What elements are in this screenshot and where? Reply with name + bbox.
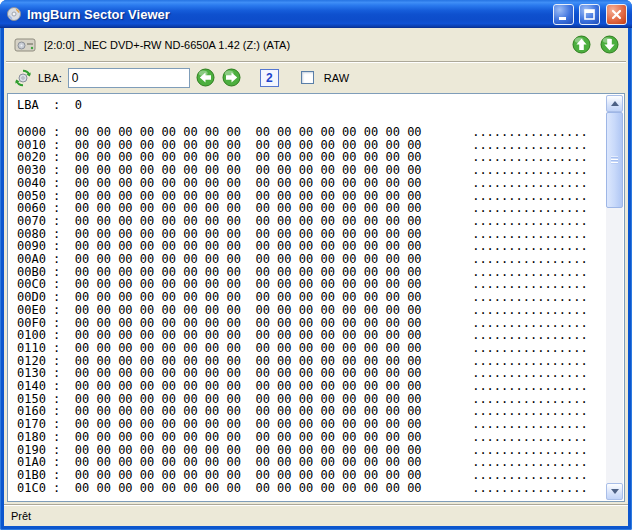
window-title: ImgBurn Sector Viewer xyxy=(27,7,548,22)
hex-row: 0110 : 00 00 00 00 00 00 00 00 00 00 00 … xyxy=(17,342,606,355)
hex-row: 0180 : 00 00 00 00 00 00 00 00 00 00 00 … xyxy=(17,431,606,444)
vertical-scrollbar[interactable] xyxy=(606,95,623,500)
drive-icon xyxy=(14,36,36,54)
hex-row: 0030 : 00 00 00 00 00 00 00 00 00 00 00 … xyxy=(17,164,606,177)
hex-row: 00A0 : 00 00 00 00 00 00 00 00 00 00 00 … xyxy=(17,253,606,266)
hex-content[interactable]: LBA : 0 0000 : 00 00 00 00 00 00 00 00 0… xyxy=(9,95,606,500)
hex-row: 01C0 : 00 00 00 00 00 00 00 00 00 00 00 … xyxy=(17,482,606,495)
hex-rows: 0000 : 00 00 00 00 00 00 00 00 00 00 00 … xyxy=(17,126,606,494)
sector-size-button[interactable]: 2 xyxy=(260,69,279,87)
hex-row: 01B0 : 00 00 00 00 00 00 00 00 00 00 00 … xyxy=(17,469,606,482)
scroll-up-arrow-icon xyxy=(611,101,619,106)
scroll-down-button[interactable] xyxy=(606,483,623,500)
lba-refresh-icon xyxy=(14,69,32,87)
minimize-button[interactable] xyxy=(553,4,574,25)
scroll-down-arrow-icon xyxy=(611,489,619,494)
scroll-track[interactable] xyxy=(606,112,623,483)
device-toolbar: [2:0:0] _NEC DVD+-RW ND-6650A 1.42 (Z:) … xyxy=(4,28,628,61)
hex-row: 00E0 : 00 00 00 00 00 00 00 00 00 00 00 … xyxy=(17,304,606,317)
hex-row: 0040 : 00 00 00 00 00 00 00 00 00 00 00 … xyxy=(17,177,606,190)
window-body: [2:0:0] _NEC DVD+-RW ND-6650A 1.42 (Z:) … xyxy=(4,28,628,526)
status-text: Prêt xyxy=(11,510,31,522)
scroll-up-button[interactable] xyxy=(606,95,623,112)
prev-sector-button[interactable] xyxy=(196,68,216,88)
maximize-button[interactable] xyxy=(579,4,600,25)
nav-up-button[interactable] xyxy=(571,35,591,55)
scroll-thumb[interactable] xyxy=(606,112,623,208)
next-sector-button[interactable] xyxy=(222,68,242,88)
status-bar: Prêt xyxy=(4,504,628,526)
raw-label: RAW xyxy=(324,72,349,84)
hex-viewer: LBA : 0 0000 : 00 00 00 00 00 00 00 00 0… xyxy=(7,93,625,502)
imgburn-sector-viewer-window: ImgBurn Sector Viewer xyxy=(0,0,632,530)
nav-down-button[interactable] xyxy=(599,35,619,55)
hex-row: 0170 : 00 00 00 00 00 00 00 00 00 00 00 … xyxy=(17,418,606,431)
hex-row: 00D0 : 00 00 00 00 00 00 00 00 00 00 00 … xyxy=(17,291,606,304)
lba-toolbar: LBA: 2 RAW xyxy=(4,63,628,92)
hex-row: 0000 : 00 00 00 00 00 00 00 00 00 00 00 … xyxy=(17,126,606,139)
close-button[interactable] xyxy=(606,4,627,25)
app-icon xyxy=(6,6,22,22)
titlebar[interactable]: ImgBurn Sector Viewer xyxy=(0,0,632,28)
raw-checkbox[interactable] xyxy=(301,71,314,84)
lba-label: LBA: xyxy=(38,72,62,84)
device-label: [2:0:0] _NEC DVD+-RW ND-6650A 1.42 (Z:) … xyxy=(44,39,563,51)
hex-header: LBA : 0 xyxy=(17,99,606,112)
lba-input[interactable] xyxy=(68,68,190,88)
hex-row: 0140 : 00 00 00 00 00 00 00 00 00 00 00 … xyxy=(17,380,606,393)
hex-row: 0070 : 00 00 00 00 00 00 00 00 00 00 00 … xyxy=(17,215,606,228)
